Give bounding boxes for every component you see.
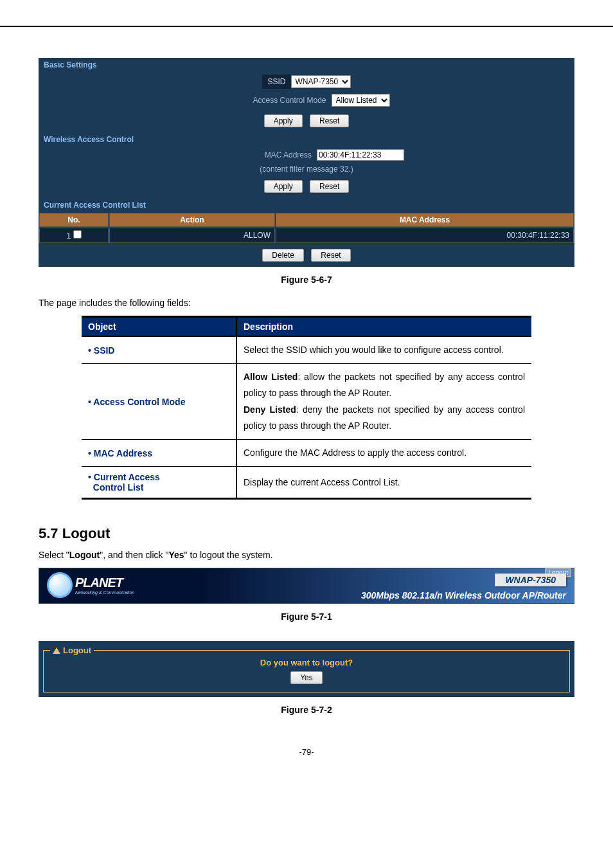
- basic-reset-button[interactable]: Reset: [310, 114, 349, 127]
- col-mac: MAC Address: [276, 213, 574, 227]
- wac-reset-button[interactable]: Reset: [310, 180, 349, 193]
- allow-listed-label: Allow Listed: [244, 372, 298, 382]
- figure-5-7-2-caption: Figure 5-7-2: [39, 705, 574, 715]
- table-row: 1 ALLOW 00:30:4F:11:22:33: [39, 228, 574, 243]
- desc-current-access: Display the current Access Control List.: [236, 467, 531, 499]
- desc-ssid: Select the SSID which you would like to …: [236, 336, 531, 364]
- intro-text: The page includes the following fields:: [39, 298, 574, 308]
- desc-mac-address: Configure the MAC Address to apply the a…: [236, 439, 531, 466]
- page-number: -79-: [39, 747, 574, 757]
- header-object: Object: [82, 317, 236, 337]
- obj-ssid: SSID: [88, 345, 114, 356]
- basic-settings-panel: Basic Settings SSID WNAP-7350 Access Con…: [39, 58, 574, 267]
- desc-access-control-mode: Allow Listed: allow the packets not spec…: [236, 364, 531, 440]
- obj-current-access-a: Current Access: [88, 472, 160, 482]
- list-delete-button[interactable]: Delete: [262, 249, 304, 262]
- wac-apply-button[interactable]: Apply: [264, 180, 303, 193]
- figure-5-6-7-caption: Figure 5-6-7: [39, 275, 574, 285]
- col-no: No.: [39, 213, 109, 227]
- mac-address-label: MAC Address: [209, 150, 317, 159]
- ssid-label: SSID: [262, 75, 290, 89]
- brand-logo: PLANET Networking & Communication: [47, 572, 134, 598]
- section-5-7-heading: 5.7 Logout: [39, 525, 574, 542]
- row-action: ALLOW: [109, 228, 275, 243]
- access-control-table: No. Action MAC Address 1 ALLOW 00:30:4F:…: [39, 212, 574, 244]
- logout-question: Do you want to logout?: [44, 658, 569, 667]
- model-label: WNAP-7350: [495, 574, 566, 586]
- warning-icon: [53, 647, 60, 654]
- globe-icon: [47, 572, 73, 598]
- product-banner: PLANET Networking & Communication Logout…: [39, 568, 574, 604]
- content-filter-hint: (content filter message 32.): [39, 163, 574, 175]
- deny-listed-label: Deny Listed: [244, 404, 296, 415]
- product-tagline: 300Mbps 802.11a/n Wireless Outdoor AP/Ro…: [361, 590, 566, 601]
- logout-yes-button[interactable]: Yes: [290, 671, 323, 684]
- col-action: Action: [109, 213, 275, 227]
- header-description: Description: [236, 317, 531, 337]
- basic-apply-button[interactable]: Apply: [264, 114, 303, 127]
- row-checkbox[interactable]: [73, 230, 82, 239]
- wireless-access-control-header: Wireless Access Control: [39, 132, 574, 147]
- row-no: 1: [66, 231, 71, 240]
- obj-mac-address: MAC Address: [88, 448, 152, 458]
- mac-address-input[interactable]: [317, 149, 404, 161]
- row-mac: 00:30:4F:11:22:33: [276, 228, 574, 243]
- obj-current-access-b: Control List: [93, 482, 144, 493]
- logout-legend: Logout: [50, 646, 94, 655]
- logout-panel: Logout Do you want to logout? Yes: [39, 641, 574, 697]
- basic-settings-header: Basic Settings: [39, 58, 574, 72]
- current-access-control-list-header: Current Access Control List: [39, 198, 574, 212]
- fields-table: Object Description SSID Select the SSID …: [82, 316, 531, 500]
- ssid-select[interactable]: WNAP-7350: [291, 75, 351, 88]
- access-control-mode-select[interactable]: Allow Listed: [332, 94, 390, 107]
- list-reset-button[interactable]: Reset: [311, 249, 350, 262]
- access-control-mode-label: Access Control Mode: [224, 96, 332, 105]
- figure-5-7-1-caption: Figure 5-7-1: [39, 611, 574, 622]
- section-5-7-text: Select "Logout", and then click "Yes" to…: [39, 550, 574, 560]
- brand-tagline: Networking & Communication: [75, 590, 134, 595]
- brand-name: PLANET: [75, 575, 134, 590]
- obj-access-control-mode: Access Control Mode: [88, 397, 185, 407]
